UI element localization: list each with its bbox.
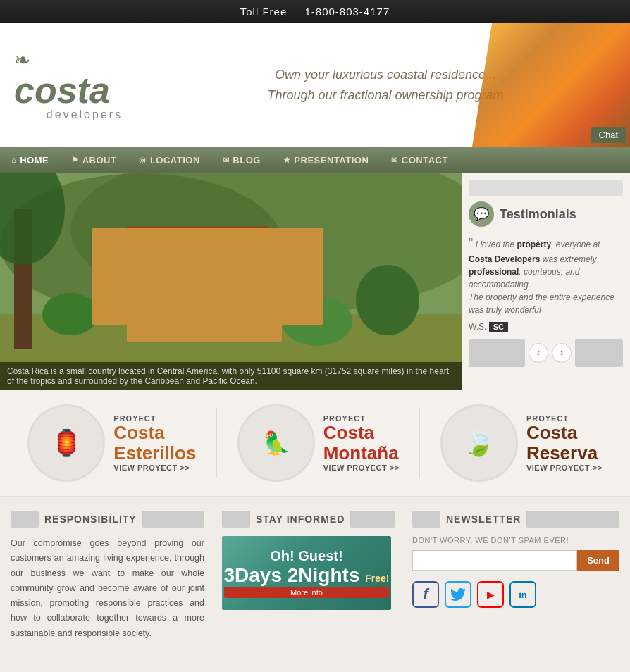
testimonials-header: 💬 Testimonials [469, 201, 623, 227]
project-esterillos-info: PROYECT Costa Esterillos VIEW PROYECT >> [113, 414, 196, 471]
nav-label-blog: BLOG [233, 155, 261, 166]
newsletter-title: NEWSLETTER [446, 514, 521, 525]
hero-image [0, 173, 462, 390]
nav-item-location[interactable]: ◎ LOCATION [128, 147, 211, 173]
svg-point-10 [204, 247, 240, 268]
hero-area: Costa Rica is a small country located in… [0, 173, 462, 390]
logo-bird-icon: ❧ [14, 49, 155, 72]
testimonial-next-button[interactable]: › [552, 343, 572, 363]
responsibility-body: Our compromise goes beyond proving our c… [11, 536, 204, 641]
responsibility-section: RESPONSIBILITY Our compromise goes beyon… [11, 511, 215, 641]
testimonial-text: " I loved the property, everyone at Cost… [469, 234, 623, 316]
project-montana-line1: Costa [323, 422, 374, 443]
stay-informed-title: STAY INFORMED [256, 514, 345, 525]
nav-label-home: HOME [20, 155, 49, 166]
projects-section: 🏮 PROYECT Costa Esterillos VIEW PROYECT … [0, 390, 630, 496]
nav-item-about[interactable]: ⚑ ABOUT [60, 147, 128, 173]
project-esterillos-link[interactable]: VIEW PROYECT >> [113, 463, 196, 472]
newsletter-bar-left [412, 511, 440, 528]
chat-button[interactable]: Chat [591, 127, 626, 143]
stay-informed-section: STAY INFORMED Oh! Guest! 3Days 2Nights F… [215, 511, 402, 641]
linkedin-icon[interactable]: in [509, 581, 536, 608]
svg-rect-6 [148, 258, 183, 307]
facebook-icon[interactable]: f [412, 581, 439, 608]
project-reserva-info: PROYECT Costa Reserva VIEW PROYECT >> [526, 414, 603, 471]
svg-point-15 [282, 297, 352, 346]
newsletter-header: NEWSLETTER [412, 511, 619, 528]
social-icons: f ▶ in [412, 581, 619, 608]
nav-label-location: LOCATION [150, 155, 200, 166]
youtube-icon[interactable]: ▶ [477, 581, 504, 608]
promo-more-info[interactable]: More info [224, 587, 390, 598]
nav-item-presentation[interactable]: ★ PRESENTATION [272, 147, 380, 173]
project-name-reserva: Costa Reserva [526, 423, 603, 463]
project-reserva-link[interactable]: VIEW PROYECT >> [526, 463, 603, 472]
author-badge: SC [489, 322, 508, 332]
svg-rect-8 [148, 258, 183, 293]
svg-marker-5 [113, 226, 282, 251]
open-quote-icon: " [469, 236, 473, 250]
hero-caption: Costa Rica is a small country located in… [0, 362, 462, 390]
svg-point-18 [119, 301, 128, 310]
testimonial-prev-button[interactable]: ‹ [529, 343, 548, 363]
promo-guest: Oh! Guest! [224, 548, 390, 564]
stay-header-bar-left [222, 511, 250, 528]
promo-text: Oh! Guest! 3Days 2Nights Free! More info [224, 548, 390, 598]
project-name-esterillos: Costa Esterillos [113, 423, 196, 463]
nav-item-contact[interactable]: ✉ CONTACT [380, 147, 459, 173]
navigation: ⌂ HOME ⚑ ABOUT ◎ LOCATION ✉ BLOG ★ PRESE… [0, 147, 630, 173]
logo-area: ❧ costa developers [14, 49, 155, 121]
nav-label-about: ABOUT [82, 155, 117, 166]
testimonial-navigation: ‹ › [469, 339, 623, 367]
newsletter-spam-note: DON'T WORRY, WE DON'T SPAM EVER! [412, 536, 619, 545]
header-bar-left [11, 511, 39, 528]
project-reserva-line1: Costa [526, 422, 577, 443]
svg-point-14 [42, 293, 99, 335]
testimonials-icon: 💬 [469, 201, 494, 227]
newsletter-bar-right [526, 511, 619, 528]
project-montana-line2: Montaña [323, 442, 399, 463]
project-montana-info: PROYECT Costa Montaña VIEW PROYECT >> [323, 414, 400, 471]
promo-days: 3Days 2Nights Free! [224, 564, 390, 587]
project-esterillos-circle: 🏮 [27, 404, 105, 482]
testimonials-title: Testimonials [500, 207, 576, 222]
logo-costa[interactable]: costa [14, 72, 155, 108]
home-icon: ⌂ [11, 156, 16, 164]
location-icon: ◎ [139, 156, 147, 165]
stay-informed-header: STAY INFORMED [222, 511, 395, 528]
testimonial-thumb-left [469, 339, 525, 367]
newsletter-section: NEWSLETTER DON'T WORRY, WE DON'T SPAM EV… [402, 511, 619, 641]
svg-rect-4 [127, 244, 282, 342]
author-name: W.S. [469, 322, 486, 332]
promo-banner[interactable]: Oh! Guest! 3Days 2Nights Free! More info [222, 536, 391, 610]
project-divider-1 [216, 408, 217, 478]
svg-point-16 [356, 265, 419, 335]
project-reserva-line2: Reserva [526, 442, 598, 463]
svg-point-17 [107, 305, 118, 316]
nav-label-contact: CONTACT [402, 155, 448, 166]
project-montana: 🦜 PROYECT Costa Montaña VIEW PROYECT >> [237, 404, 400, 482]
nav-item-blog[interactable]: ✉ BLOG [211, 147, 272, 173]
header: ❧ costa developers Own your luxurious co… [0, 23, 630, 147]
testimonial-thumb-right [575, 339, 623, 367]
twitter-icon[interactable] [445, 581, 471, 608]
about-icon: ⚑ [71, 156, 79, 165]
stay-header-bar-right [350, 511, 395, 528]
toll-free-label: Toll Free [240, 6, 288, 18]
svg-point-19 [101, 304, 108, 311]
lamp-icon: 🏮 [51, 428, 82, 458]
parrot-icon: 🦜 [262, 430, 290, 456]
blog-icon: ✉ [223, 156, 230, 165]
testimonial-author: W.S. SC [469, 322, 623, 332]
newsletter-email-input[interactable] [412, 550, 577, 571]
phone-number: 1-800-803-4177 [304, 6, 390, 18]
project-montana-circle: 🦜 [237, 404, 315, 482]
responsibility-title: RESPONSIBILITY [44, 514, 137, 525]
newsletter-form: Send [412, 550, 619, 571]
nav-item-home[interactable]: ⌂ HOME [0, 147, 60, 173]
project-divider-2 [419, 408, 420, 478]
svg-rect-9 [204, 258, 240, 307]
project-esterillos-line2: Esterillos [113, 442, 196, 463]
project-montana-link[interactable]: VIEW PROYECT >> [323, 463, 400, 472]
newsletter-send-button[interactable]: Send [577, 550, 619, 571]
